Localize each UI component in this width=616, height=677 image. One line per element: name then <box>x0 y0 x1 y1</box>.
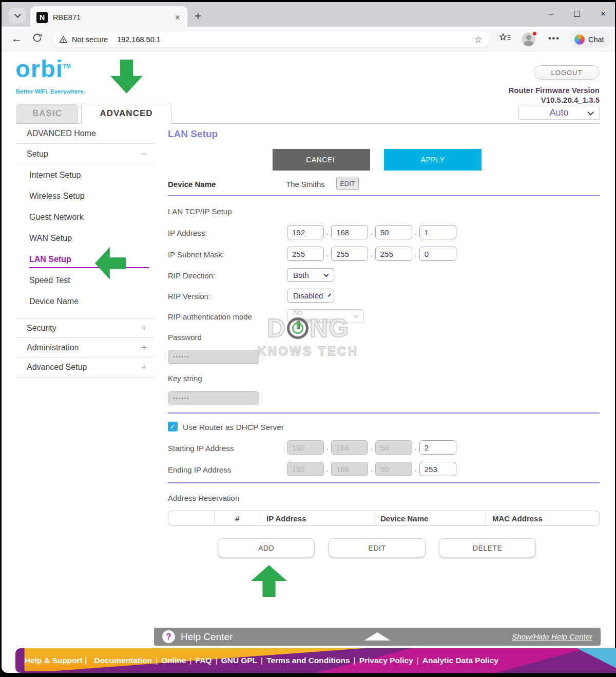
subnet-octet-1[interactable] <box>287 247 324 261</box>
start-octet-4[interactable] <box>419 440 456 455</box>
password-field <box>168 350 259 364</box>
help-expand-triangle-icon[interactable] <box>364 632 391 641</box>
footer-link-faq[interactable]: FAQ <box>196 656 212 665</box>
start-octet-3 <box>375 440 412 455</box>
rip-direction-select[interactable]: Both <box>287 268 334 282</box>
tab-close-icon[interactable]: × <box>174 13 181 22</box>
sidebar-gap <box>16 312 154 318</box>
bookmark-star-icon[interactable]: ☆ <box>474 34 483 45</box>
subnet-octet-2[interactable] <box>331 247 368 261</box>
minimize-button[interactable]: – <box>549 9 553 18</box>
footer-link-privacy[interactable]: Privacy Policy <box>359 656 413 665</box>
starting-ip-octets: . . . <box>287 440 456 455</box>
edit-button[interactable]: EDIT <box>329 538 426 557</box>
expand-plus-icon[interactable]: + <box>141 362 147 373</box>
security-label[interactable]: Not secure <box>72 35 108 44</box>
sidebar-item-device-name[interactable]: Device Name <box>16 291 154 312</box>
firmware-label: Router Firmware Version <box>508 85 600 95</box>
ip-octet-2[interactable] <box>331 225 368 239</box>
back-button[interactable]: ← <box>11 32 22 45</box>
rip-version-select[interactable]: Disabled <box>287 289 334 303</box>
sidebar-item-advanced-home[interactable]: ADVANCED Home <box>16 123 154 144</box>
orbi-logo: orbiTM <box>15 55 70 82</box>
reload-button[interactable] <box>32 32 43 45</box>
close-window-button[interactable]: × <box>601 9 606 18</box>
expand-plus-icon[interactable]: + <box>141 342 147 353</box>
rip-version-label: RIP Version: <box>168 292 210 300</box>
subnet-octet-4[interactable] <box>419 247 456 261</box>
browser-tab[interactable]: N RBE871 × <box>30 6 187 29</box>
start-octet-1 <box>287 440 324 455</box>
apply-button[interactable]: APPLY <box>384 149 482 171</box>
device-name-edit-button[interactable]: EDIT <box>336 177 359 190</box>
rip-auth-label: RIP authentication mode <box>168 312 252 321</box>
sidebar-item-setup[interactable]: Setup− <box>16 144 154 164</box>
firmware-mode-select[interactable]: Auto <box>518 106 600 120</box>
tab-advanced[interactable]: ADVANCED <box>81 103 171 124</box>
sidebar-item-advanced-setup[interactable]: Advanced Setup+ <box>16 358 154 378</box>
window-controls: – × <box>549 9 606 18</box>
reservation-title: Address Reservation <box>168 494 239 502</box>
delete-button[interactable]: DELETE <box>439 538 536 557</box>
help-support-link[interactable]: Help & Support | <box>25 656 87 665</box>
rip-direction-label: RIP Direction: <box>168 271 215 280</box>
notification-dot <box>532 31 537 36</box>
browser-menu-button[interactable]: ••• <box>548 34 560 43</box>
chevron-down-icon <box>324 272 329 277</box>
chat-label: Chat <box>588 35 604 44</box>
firmware-version-block: Router Firmware Version V10.5.20.4_1.3.5 <box>508 85 600 105</box>
sidebar-item-wan-setup[interactable]: WAN Setup <box>16 228 154 249</box>
favorites-list-icon <box>499 33 511 43</box>
expand-plus-icon[interactable]: + <box>141 323 147 334</box>
tab-basic[interactable]: BASIC <box>16 104 78 123</box>
logout-button[interactable]: LOGOUT <box>534 65 600 80</box>
sidebar-item-security[interactable]: Security+ <box>16 318 154 338</box>
footer-link-gnu-gpl[interactable]: GNU GPL <box>221 656 257 665</box>
ip-octet-3[interactable] <box>375 225 412 239</box>
ip-octet-4[interactable] <box>419 225 456 239</box>
firmware-version: V10.5.20.4_1.3.5 <box>508 95 600 105</box>
rip-auth-select: No authentication <box>287 309 364 323</box>
maximize-button[interactable] <box>574 11 580 17</box>
starting-ip-label: Starting IP Address <box>168 444 234 453</box>
subnet-octet-3[interactable] <box>375 247 412 261</box>
sidebar-item-lan-setup[interactable]: LAN Setup <box>16 249 154 270</box>
sidebar-item-guest-network[interactable]: Guest Network <box>16 206 154 228</box>
ending-ip-label: Ending IP Address <box>168 465 231 474</box>
collapse-minus-icon[interactable]: − <box>141 148 147 160</box>
show-hide-help-link[interactable]: Show/Hide Help Center <box>512 632 592 641</box>
profile-button[interactable] <box>522 32 536 47</box>
page-title: LAN Setup <box>168 128 218 140</box>
footer-link-terms[interactable]: Terms and Conditions <box>266 656 350 665</box>
footer-link-online[interactable]: Online <box>161 656 186 665</box>
reload-icon <box>32 32 43 43</box>
section-divider <box>168 412 600 413</box>
url-text[interactable]: 192.168.50.1 <box>117 35 474 44</box>
end-octet-1 <box>287 462 324 476</box>
table-header-number: # <box>215 511 260 525</box>
cancel-button[interactable]: CANCEL <box>273 149 370 171</box>
subnet-label: IP Subnet Mask: <box>168 250 224 259</box>
lan-section-title: LAN TCP/IP Setup <box>168 207 232 216</box>
address-bar[interactable]: Not secure 192.168.50.1 ☆ <box>51 31 490 48</box>
footer-link-analytic[interactable]: Analytic Data Policy <box>422 656 498 665</box>
ip-octet-1[interactable] <box>287 225 324 239</box>
footer-link-documentation[interactable]: Documentation <box>94 656 152 665</box>
end-octet-4[interactable] <box>419 462 456 476</box>
tab-search-button[interactable] <box>9 8 26 24</box>
dhcp-checkbox[interactable] <box>168 422 178 431</box>
sidebar-item-administration[interactable]: Administration+ <box>16 338 154 358</box>
sidebar-item-wireless-setup[interactable]: Wireless Setup <box>16 185 154 206</box>
add-button[interactable]: ADD <box>218 538 315 557</box>
end-octet-2 <box>331 462 368 476</box>
ending-ip-octets: . . . <box>287 462 456 476</box>
help-center-title: Help Center <box>181 631 233 643</box>
new-tab-button[interactable]: + <box>195 9 201 23</box>
password-label: Password <box>168 333 202 342</box>
favorites-button[interactable] <box>499 33 511 45</box>
device-name-label: Device Name <box>168 180 216 189</box>
copilot-chat-button[interactable]: Chat <box>570 31 611 48</box>
sidebar-item-internet-setup[interactable]: Internet Setup <box>16 164 154 185</box>
reservation-table: # IP Address Device Name MAC Address <box>168 511 600 526</box>
sidebar-item-speed-test[interactable]: Speed Test <box>16 270 154 291</box>
